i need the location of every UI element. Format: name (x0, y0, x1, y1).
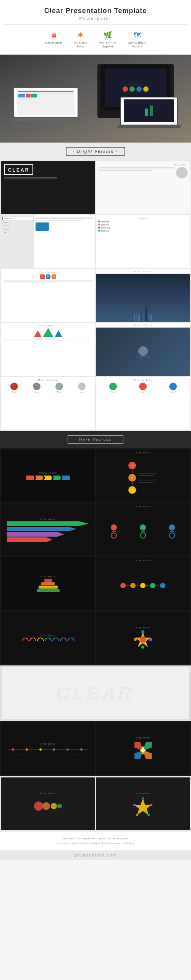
slide-1: CLEAR (1, 161, 95, 214)
svg-point-1 (140, 636, 146, 643)
node-3: 3 (128, 486, 136, 494)
dot-4 (143, 86, 149, 92)
bar-1 (18, 94, 25, 97)
penta-circle-3 (169, 524, 175, 531)
svg-marker-20 (134, 798, 151, 815)
info-line-1 (138, 473, 157, 474)
dark-slide-6: · Infographics · (96, 557, 190, 610)
team-members: Name Name Name Name (3, 383, 93, 393)
conn-dot-5 (160, 583, 165, 588)
watermark-text: gfxmountain.com (2, 853, 189, 857)
photo-infographic-label: · Infographics · (39, 792, 57, 794)
agenda-item-4: Item Four (98, 230, 188, 232)
pyramid-mid2 (39, 586, 58, 589)
nav-item-1: Introduction (2, 217, 33, 220)
slide-8: · About Template · (96, 323, 190, 376)
feature-label-4: Dark & BrightVersion (128, 41, 146, 49)
dark-version-divider: · Dark Version · (0, 431, 191, 448)
nav-item-4: Portfolio (2, 228, 33, 230)
svg-point-5 (149, 638, 152, 641)
name-3: Name (57, 391, 62, 393)
laptop-bar-top (18, 91, 73, 92)
dark-slide-3: · Infographics · (1, 503, 95, 556)
ic-line1 (36, 217, 94, 217)
colored-arrows-content: · Infographics · (1, 503, 95, 556)
triangle-red (34, 330, 42, 337)
slide-3: Introduction About Services Portfolio Te… (1, 215, 95, 268)
penta-line-2 (141, 531, 145, 532)
mixed-photo (96, 328, 190, 376)
name2-1: Name (111, 391, 115, 393)
infographic-title-5: · Infographics · (98, 559, 188, 561)
penta-circle-2b (140, 532, 146, 539)
conn-line-3 (146, 585, 149, 586)
mixed-line (136, 357, 150, 357)
dark-slide-1: · Process Arrow · (1, 449, 95, 502)
pyramid-base (37, 589, 60, 592)
arc-4 (45, 638, 52, 641)
features-row: 🖥 Master Slide ✱ 4:3 & 16:9Ratio 🌿 PPT &… (4, 29, 187, 50)
penta-circle-3b (169, 532, 175, 539)
footer-text-2: and not included in the package due to l… (5, 841, 186, 846)
conn-dot-2 (130, 583, 136, 588)
agenda-text-4: Item Four (101, 230, 109, 232)
dot-2 (129, 86, 135, 92)
laptop-bars (18, 94, 37, 97)
timeline-content: · Infographics · (1, 722, 95, 775)
arrow-3 (44, 475, 52, 480)
dark-slides-grid: · Process Arrow · · Infographics · 1 2 3 (0, 448, 191, 665)
photo-chart-svg (33, 797, 63, 816)
ic-line2 (36, 218, 94, 219)
team2-member-2: Name (139, 383, 147, 393)
process-arrows (26, 475, 70, 480)
conn-dot-4 (150, 583, 155, 588)
footer-text-1: all photos displayed are only for displa… (5, 836, 186, 841)
w-line1 (99, 167, 175, 168)
intro-content (34, 215, 95, 268)
loop-3 (37, 638, 44, 641)
infographic-slide-content: · Infographics · 1 2 3 (96, 449, 190, 502)
feature-ratio: ✱ 4:3 & 16:9Ratio (73, 31, 87, 49)
tp-4 (53, 748, 55, 751)
nav-item-3: Services (2, 224, 33, 227)
photo-slide-2: · Infographics · (96, 777, 190, 830)
t-line2 (3, 340, 66, 341)
agenda-dot-3 (98, 227, 100, 229)
svg-point-4 (134, 638, 137, 641)
avatar2-3 (169, 383, 177, 390)
dot-1 (123, 86, 128, 92)
infographic-title-4: · Infographics · (39, 575, 57, 578)
slide-4: · Agenda · Item One Item Two Item Three … (96, 215, 190, 268)
dark-slide-2: · Infographics · 1 2 3 (96, 449, 190, 502)
welcome-avatar (176, 167, 188, 178)
hero-desk: Our Services (10, 60, 181, 137)
svg-point-21 (142, 797, 144, 800)
team2-title: · Meet the Team · (98, 379, 188, 381)
tl-tick-1 (17, 754, 20, 754)
w-line3 (99, 170, 152, 171)
avatar2-1 (109, 383, 117, 390)
clear-logo-box: CLEAR (4, 164, 33, 175)
avatar-2 (33, 383, 40, 390)
sl1-line2 (4, 178, 57, 179)
loop-6 (60, 638, 67, 641)
photo-dark-1: · Infographics · (1, 777, 95, 830)
hero-section: Our Services (0, 55, 191, 143)
team-member-3: Name (55, 383, 63, 393)
loop-7 (68, 638, 74, 641)
slide-7: · About Template · (1, 323, 95, 376)
footer-section: all photos displayed are only for displa… (0, 831, 191, 851)
name2-3: Name (171, 391, 175, 393)
agenda-text-2: Item Two (101, 224, 109, 226)
conn-line-1 (126, 585, 129, 586)
agenda-dot-2 (98, 224, 100, 226)
dark-slide-4: · Infographics · (96, 503, 190, 556)
dark-slide-7: · Infographics · (1, 612, 95, 664)
arc-3 (37, 638, 44, 641)
tl-tick-2 (47, 754, 50, 754)
name2-2: Name (141, 391, 145, 393)
star-burst (133, 630, 152, 649)
infographic-title-6: · Infographics · (39, 634, 57, 636)
photo-star-svg (128, 797, 158, 816)
feature-label-3: PPT & PPTXSupport (99, 41, 117, 49)
